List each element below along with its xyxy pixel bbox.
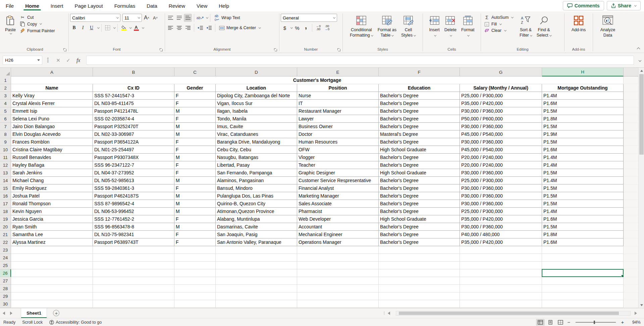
cell-A24[interactable] <box>11 254 93 262</box>
cell-A28[interactable] <box>11 285 93 292</box>
cell-A26[interactable] <box>11 269 93 277</box>
row-header-7[interactable]: 7 <box>0 123 11 130</box>
horizontal-scrollbar[interactable] <box>396 311 631 316</box>
cell-C27[interactable] <box>174 277 216 285</box>
cell-G11[interactable]: P20,000 / P240,000 <box>460 154 542 161</box>
cell-F20[interactable]: Bachelor's Degree <box>379 223 460 231</box>
cell-G6[interactable]: P50,000 / P600,000 <box>460 115 542 123</box>
align-center-button[interactable] <box>175 24 183 32</box>
cell-G10[interactable]: P45,000 / P540,000 <box>460 146 542 154</box>
cell-H2[interactable]: Mortgage Outstanding <box>542 84 624 92</box>
cell-D24[interactable] <box>216 254 297 262</box>
cell-E28[interactable] <box>297 285 379 292</box>
cell-F15[interactable]: Bachelor's Degree <box>379 184 460 192</box>
cell-F22[interactable]: Bachelor's Degree <box>379 238 460 246</box>
cell-C12[interactable]: F <box>174 161 216 169</box>
cell-E30[interactable] <box>297 300 379 308</box>
cell-H17[interactable]: P1.5M <box>542 200 624 208</box>
column-header-D[interactable]: D <box>216 68 297 76</box>
cell-F17[interactable]: Bachelor's Degree <box>379 200 460 208</box>
cell-B12[interactable]: SSS 96-2347122-7 <box>93 161 174 169</box>
cell-E12[interactable]: Teacher <box>297 161 379 169</box>
cell-F19[interactable]: High School Graduate <box>379 215 460 223</box>
cell-D21[interactable]: San Joaquin, Pasig <box>216 231 297 238</box>
row-header-25[interactable]: 25 <box>0 262 11 269</box>
cell-D18[interactable]: Atimonan,Quezon Province <box>216 208 297 215</box>
cell-A20[interactable]: Ryan Smith <box>11 223 93 231</box>
find-select-button[interactable]: Find &Select <box>534 13 554 39</box>
row-header-27[interactable]: 27 <box>0 277 11 285</box>
cell-G8[interactable]: P45,000 / P540,000 <box>460 130 542 138</box>
cell-B19[interactable]: SSS 12-7761452-2 <box>93 215 174 223</box>
cell-E25[interactable] <box>297 262 379 269</box>
cell-G2[interactable]: Salary (Monthy / Annual) <box>460 84 542 92</box>
cell-G25[interactable] <box>460 262 542 269</box>
cell-G29[interactable] <box>460 292 542 300</box>
tab-home[interactable]: Home <box>19 0 45 11</box>
column-header-C[interactable]: C <box>174 68 216 76</box>
vertical-scrollbar[interactable] <box>638 68 644 308</box>
row-header-1[interactable]: 1 <box>0 76 11 84</box>
cell-B26[interactable] <box>93 269 174 277</box>
row-header-24[interactable]: 24 <box>0 254 11 262</box>
row-header-15[interactable]: 15 <box>0 184 11 192</box>
row-header-29[interactable]: 29 <box>0 292 11 300</box>
cell-F10[interactable]: High School Graduate <box>379 146 460 154</box>
row-header-13[interactable]: 13 <box>0 169 11 177</box>
cell-A10[interactable]: Cristina Claire Magtibay <box>11 146 93 154</box>
cell-B4[interactable]: DL N03-85-411475 <box>93 100 174 107</box>
increase-decimal-button[interactable]: ←0.00 <box>314 24 322 32</box>
cell-A16[interactable]: Joshua Patel <box>11 192 93 200</box>
enter-formula-button[interactable]: ✓ <box>63 56 73 65</box>
cell-F23[interactable] <box>379 246 460 254</box>
cell-B14[interactable]: DL N05-52-985613 <box>93 177 174 184</box>
cell-D5[interactable]: Ilagan, Isabela <box>216 107 297 115</box>
cell-A3[interactable]: Kelly Viray <box>11 92 93 100</box>
cell-E26[interactable] <box>297 269 379 277</box>
row-header-16[interactable]: 16 <box>0 192 11 200</box>
tab-insert[interactable]: Insert <box>45 0 69 11</box>
cell-F13[interactable]: High School Graduate <box>379 169 460 177</box>
cell-E29[interactable] <box>297 292 379 300</box>
cell-F3[interactable]: Bachelor's Degree <box>379 92 460 100</box>
formula-input[interactable] <box>86 56 634 65</box>
cell-H25[interactable] <box>542 262 624 269</box>
row-header-11[interactable]: 11 <box>0 154 11 161</box>
chevron-down-icon[interactable] <box>97 26 100 29</box>
cell-A15[interactable]: Emily Rodriguez <box>11 184 93 192</box>
cell-C25[interactable] <box>174 262 216 269</box>
cell-E27[interactable] <box>297 277 379 285</box>
hscroll-right-arrow[interactable] <box>632 312 639 315</box>
cell-G14[interactable]: P25,000 / P300,000 <box>460 177 542 184</box>
cell-C15[interactable]: F <box>174 184 216 192</box>
cell-G16[interactable]: P30,000 / P360,000 <box>460 192 542 200</box>
cell-D30[interactable] <box>216 300 297 308</box>
clipboard-dialog-launcher[interactable] <box>63 48 66 51</box>
horizontal-scroll-thumb[interactable] <box>399 312 619 315</box>
cell-G15[interactable]: P30,000 / P360,000 <box>460 184 542 192</box>
row-header-4[interactable]: 4 <box>0 100 11 107</box>
cell-B21[interactable]: DL N10-75-982341 <box>93 231 174 238</box>
analyze-data-button[interactable]: AnalyzeData <box>598 13 618 39</box>
name-box-dropdown-icon[interactable] <box>37 59 40 61</box>
cell-B2[interactable]: Cx ID <box>93 84 174 92</box>
cell-C24[interactable] <box>174 254 216 262</box>
cell-G28[interactable] <box>460 285 542 292</box>
underline-button[interactable]: U <box>88 24 96 32</box>
align-middle-button[interactable] <box>175 14 183 22</box>
tab-data[interactable]: Data <box>141 0 163 11</box>
cell-C22[interactable]: F <box>174 238 216 246</box>
cell-H29[interactable] <box>542 292 624 300</box>
scroll-down-arrow[interactable] <box>640 304 643 306</box>
cell-B29[interactable] <box>93 292 174 300</box>
merge-center-button[interactable]: Merge & Center <box>217 25 262 31</box>
cell-F6[interactable]: Bachelor's Degree <box>379 115 460 123</box>
cell-G18[interactable]: P25,000 / P300,000 <box>460 208 542 215</box>
cell-C13[interactable]: F <box>174 169 216 177</box>
align-bottom-button[interactable] <box>184 14 192 22</box>
cell-A6[interactable]: Selena Lexi Puno <box>11 115 93 123</box>
cell-D28[interactable] <box>216 285 297 292</box>
cell-A18[interactable]: Kevin Nguyen <box>11 208 93 215</box>
row-header-28[interactable]: 28 <box>0 285 11 292</box>
cancel-formula-button[interactable]: ✕ <box>53 56 63 65</box>
